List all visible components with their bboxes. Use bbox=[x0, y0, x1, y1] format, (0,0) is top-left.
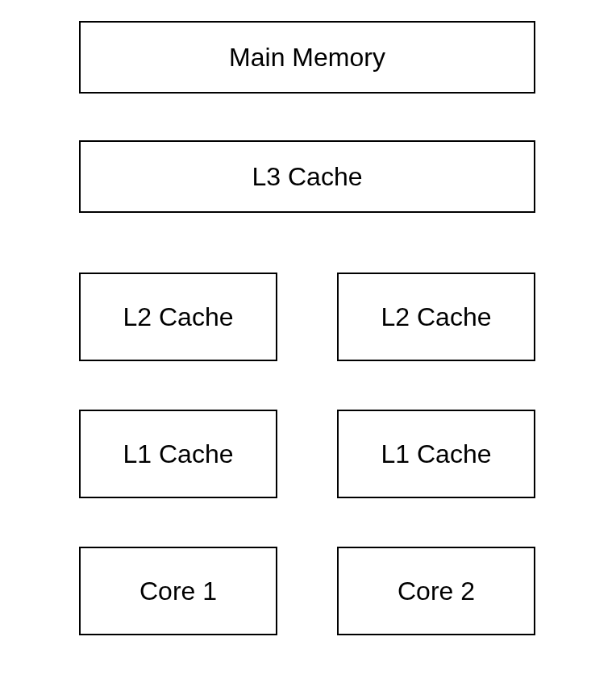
l2-cache-right-box: L2 Cache bbox=[337, 273, 535, 361]
core-1-box: Core 1 bbox=[79, 547, 277, 635]
l1-cache-left-box: L1 Cache bbox=[79, 410, 277, 498]
l1-cache-right-box: L1 Cache bbox=[337, 410, 535, 498]
core-2-box: Core 2 bbox=[337, 547, 535, 635]
main-memory-label: Main Memory bbox=[229, 43, 385, 73]
l3-cache-box: L3 Cache bbox=[79, 140, 535, 213]
l1-cache-left-label: L1 Cache bbox=[123, 439, 234, 469]
l2-cache-left-label: L2 Cache bbox=[123, 302, 234, 332]
l2-cache-left-box: L2 Cache bbox=[79, 273, 277, 361]
l1-cache-right-label: L1 Cache bbox=[381, 439, 492, 469]
core-2-label: Core 2 bbox=[397, 576, 475, 606]
l3-cache-label: L3 Cache bbox=[252, 162, 363, 192]
core-1-label: Core 1 bbox=[139, 576, 217, 606]
main-memory-box: Main Memory bbox=[79, 21, 535, 94]
l2-cache-right-label: L2 Cache bbox=[381, 302, 492, 332]
